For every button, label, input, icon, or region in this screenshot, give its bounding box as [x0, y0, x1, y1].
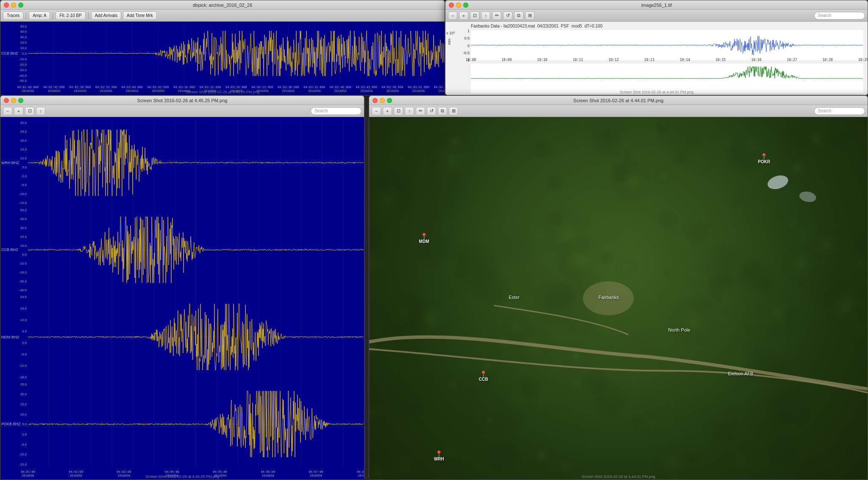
pin-icon-pokr: 📍 [760, 153, 768, 159]
minimize-button-3[interactable] [456, 3, 461, 8]
map-toolbar: − + ⊡ ↑ ✏ ↺ ⧉ ⊞ Search [369, 105, 868, 117]
amp-button[interactable]: Amp: A [29, 11, 50, 20]
close-button-2[interactable] [4, 98, 9, 103]
maximize-button[interactable] [18, 3, 23, 8]
add-arrivals-button[interactable]: Add Arrivals [91, 11, 121, 20]
traces-window: dbpick: archive_2016_02_26 Traces Amp: A… [0, 0, 445, 95]
zoom-in-icon[interactable]: + [14, 107, 23, 115]
screenshot-label: Screen Shot 2016-02-26 at 4.45.25 PM.png [186, 90, 259, 94]
maximize-button-3[interactable] [463, 3, 468, 8]
export-icon-3[interactable]: ⊞ [525, 11, 534, 20]
seismo-display: Screen Shot 2016-02-26 at 4.45.25 PM.png [0, 22, 445, 95]
zoom-in-icon-3[interactable]: + [459, 11, 468, 20]
pencil-icon-3[interactable]: ✏ [492, 11, 501, 20]
separator [88, 12, 89, 19]
fit-icon-3[interactable]: ⊡ [470, 11, 479, 20]
image1-title: image256_1.tif [641, 3, 672, 8]
traffic-lights-3 [449, 3, 468, 8]
pin-label-wrh: WRH [434, 457, 444, 461]
traffic-lights [4, 3, 23, 8]
maximize-button-4[interactable] [387, 98, 392, 103]
image1-toolbar: − + ⊡ ↑ ✏ ↺ ⧉ ⊞ Search [445, 10, 868, 22]
share-icon[interactable]: ↑ [36, 107, 45, 115]
share-icon-4[interactable]: ↑ [405, 107, 414, 115]
share-icon-3[interactable]: ↑ [481, 11, 490, 20]
add-time-mrk-button[interactable]: Add Time Mrk [123, 11, 157, 20]
seismo2-window: Screen Shot 2016-02-26 at 4.45.25 PM.png… [0, 95, 364, 480]
search-input-4[interactable]: Search [814, 107, 865, 115]
seismo2-title: Screen Shot 2016-02-26 at 4.45.25 PM.png [137, 98, 228, 103]
pin-label-mdm: MDM [419, 239, 429, 244]
screenshot-label-4: Screen Shot 2016-02-26 at 4.44.01 PM.png [581, 474, 655, 479]
city-label-ester: Ester [509, 295, 520, 300]
city-label-eielson: Eielson AFB [728, 371, 754, 376]
pin-icon-ccb: 📍 [480, 371, 487, 377]
zoom-out-icon-3[interactable]: − [448, 11, 457, 20]
image1-window: image256_1.tif − + ⊡ ↑ ✏ ↺ ⧉ ⊞ Search Sc… [445, 0, 868, 95]
image1-titlebar: image256_1.tif [445, 0, 868, 10]
close-button[interactable] [4, 3, 9, 8]
search-input[interactable]: Search [311, 107, 362, 115]
waveform-canvas-2 [0, 117, 364, 480]
fit-icon[interactable]: ⊡ [25, 107, 34, 115]
separator [53, 12, 53, 19]
rotate-icon-4[interactable]: ↺ [427, 107, 436, 115]
traces-titlebar: dbpick: archive_2016_02_26 [0, 0, 445, 10]
pin-label-pokr: POKR [758, 159, 770, 164]
export-icon-4[interactable]: ⊞ [449, 107, 458, 115]
fit-icon-4[interactable]: ⊡ [394, 107, 403, 115]
close-button-3[interactable] [449, 3, 454, 8]
seismo2-display: Screen Shot 2016-02-26 at 4.45.25 PM.png [0, 117, 364, 480]
city-label-northpole: North Pole [668, 327, 690, 332]
image1-content: Screen Shot 2016-02-26 at 4.44.01 PM.png [445, 22, 868, 95]
minimize-button[interactable] [11, 3, 16, 8]
map-pin-pokr[interactable]: 📍 POKR [758, 153, 770, 164]
screenshot-label-2: Screen Shot 2016-02-26 at 4.45.25 PM.png [145, 474, 219, 479]
pin-icon-mdm: 📍 [420, 233, 428, 239]
fil-button[interactable]: Fil: 2-10 BP [56, 11, 85, 20]
copy-icon-4[interactable]: ⧉ [438, 107, 447, 115]
screenshot-label-3: Screen Shot 2016-02-26 at 4.44.01 PM.png [620, 90, 693, 94]
map-title: Screen Shot 2016-02-26 at 4.44.01 PM.png [573, 98, 664, 103]
map-pin-wrh[interactable]: 📍 WRH [434, 451, 444, 461]
maximize-button-2[interactable] [18, 98, 23, 103]
pin-label-ccb: CCB [479, 377, 488, 382]
traces-toolbar: Traces Amp: A Fil: 2-10 BP Add Arrivals … [0, 10, 445, 22]
zoom-out-icon[interactable]: − [3, 107, 12, 115]
map-window: Screen Shot 2016-02-26 at 4.44.01 PM.png… [369, 95, 868, 480]
city-label-fairbanks: Fairbanks [598, 295, 619, 300]
zoom-out-icon-4[interactable]: − [372, 107, 381, 115]
minimize-button-2[interactable] [11, 98, 16, 103]
separator [26, 12, 26, 19]
seismo2-toolbar: − + ⊡ ↑ Search [0, 105, 364, 117]
close-button-4[interactable] [373, 98, 378, 103]
map-pin-ccb[interactable]: 📍 CCB [479, 371, 488, 382]
rotate-icon-3[interactable]: ↺ [503, 11, 512, 20]
map-pin-mdm[interactable]: 📍 MDM [419, 233, 429, 244]
traffic-lights-2 [4, 98, 23, 103]
pin-icon-wrh: 📍 [435, 451, 442, 457]
copy-icon-3[interactable]: ⧉ [514, 11, 523, 20]
waveform-canvas [0, 22, 445, 95]
search-input-3[interactable]: Search [814, 12, 865, 20]
zoom-in-icon-4[interactable]: + [383, 107, 392, 115]
waveform-plot-canvas [445, 22, 868, 95]
traffic-lights-4 [373, 98, 392, 103]
map-display: 📍 POKR 📍 MDM 📍 CCB 📍 WRH Fairbanks Ester… [369, 117, 868, 480]
window-title: dbpick: archive_2016_02_26 [193, 3, 253, 8]
minimize-button-4[interactable] [380, 98, 385, 103]
seismo2-titlebar: Screen Shot 2016-02-26 at 4.45.25 PM.png [0, 96, 364, 105]
traces-button[interactable]: Traces [3, 11, 23, 20]
map-titlebar: Screen Shot 2016-02-26 at 4.44.01 PM.png [369, 96, 868, 105]
pencil-icon-4[interactable]: ✏ [416, 107, 425, 115]
